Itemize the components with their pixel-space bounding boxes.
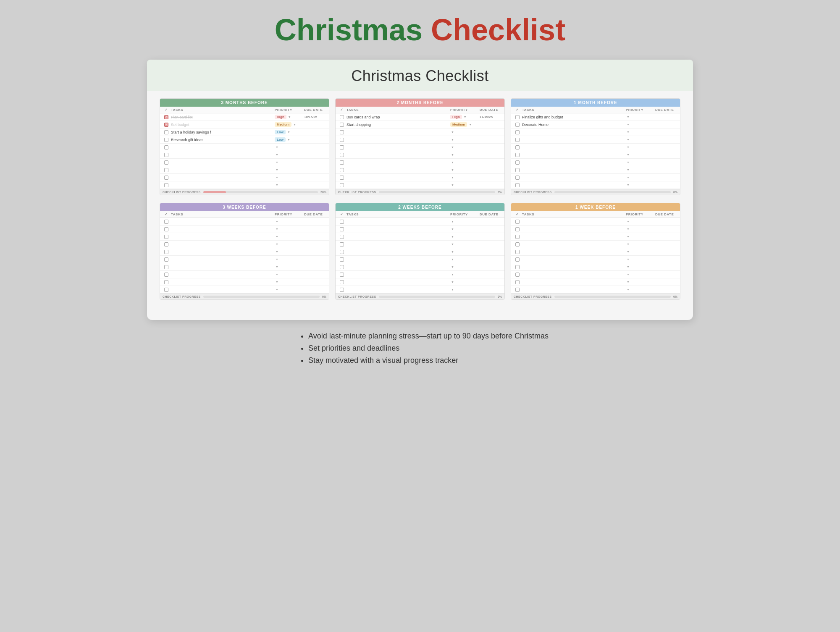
checkbox-unchecked[interactable]	[340, 288, 344, 292]
task-checkbox[interactable]	[162, 145, 171, 149]
task-checkbox[interactable]	[337, 160, 346, 165]
checkbox-unchecked[interactable]	[340, 168, 344, 172]
checkbox-unchecked[interactable]	[515, 123, 520, 127]
task-checkbox[interactable]	[162, 130, 171, 134]
task-checkbox[interactable]	[513, 227, 522, 231]
dropdown-arrow-icon[interactable]: ▼	[287, 131, 290, 134]
checkbox-unchecked[interactable]	[515, 242, 520, 247]
checkbox-unchecked[interactable]	[164, 220, 168, 224]
dropdown-arrow-icon[interactable]: ▼	[451, 265, 454, 268]
dropdown-arrow-icon[interactable]: ▼	[451, 250, 454, 253]
dropdown-arrow-icon[interactable]: ▼	[276, 176, 278, 179]
dropdown-arrow-icon[interactable]: ▼	[627, 115, 630, 118]
dropdown-arrow-icon[interactable]: ▼	[288, 115, 291, 118]
checkbox-unchecked[interactable]	[515, 176, 520, 180]
task-checkbox[interactable]	[337, 130, 346, 134]
dropdown-arrow-icon[interactable]: ▼	[627, 250, 630, 253]
checkbox-unchecked[interactable]	[515, 280, 520, 284]
dropdown-arrow-icon[interactable]: ▼	[451, 288, 454, 291]
checkbox-unchecked[interactable]	[340, 257, 344, 262]
task-checkbox[interactable]	[513, 183, 522, 187]
dropdown-arrow-icon[interactable]: ▼	[287, 138, 290, 141]
checkbox-unchecked[interactable]	[164, 280, 168, 284]
dropdown-arrow-icon[interactable]: ▼	[276, 146, 278, 149]
dropdown-arrow-icon[interactable]: ▼	[276, 288, 278, 291]
dropdown-arrow-icon[interactable]: ▼	[276, 184, 278, 186]
task-checkbox[interactable]	[513, 280, 522, 284]
dropdown-arrow-icon[interactable]: ▼	[627, 228, 630, 231]
checkbox-unchecked[interactable]	[164, 168, 168, 172]
dropdown-arrow-icon[interactable]: ▼	[627, 288, 630, 291]
task-checkbox[interactable]	[513, 242, 522, 247]
task-checkbox[interactable]	[337, 273, 346, 277]
task-checkbox[interactable]	[162, 265, 171, 269]
dropdown-arrow-icon[interactable]: ▼	[627, 220, 630, 223]
checkbox-unchecked[interactable]	[164, 160, 168, 165]
task-checkbox[interactable]	[162, 235, 171, 239]
dropdown-arrow-icon[interactable]: ▼	[451, 184, 454, 186]
dropdown-arrow-icon[interactable]: ▼	[627, 123, 630, 126]
dropdown-arrow-icon[interactable]: ▼	[451, 168, 454, 171]
task-checkbox[interactable]	[337, 153, 346, 157]
dropdown-arrow-icon[interactable]: ▼	[451, 161, 454, 164]
checkbox-unchecked[interactable]	[164, 153, 168, 157]
dropdown-arrow-icon[interactable]: ▼	[276, 235, 278, 238]
dropdown-arrow-icon[interactable]: ▼	[451, 258, 454, 261]
task-checkbox[interactable]	[337, 145, 346, 149]
dropdown-arrow-icon[interactable]: ▼	[276, 250, 278, 253]
checkbox-unchecked[interactable]	[340, 123, 344, 127]
task-checkbox[interactable]	[337, 227, 346, 231]
dropdown-arrow-icon[interactable]: ▼	[451, 138, 454, 141]
checkbox-unchecked[interactable]	[340, 250, 344, 254]
task-checkbox[interactable]	[162, 168, 171, 172]
task-checkbox[interactable]	[337, 123, 346, 127]
task-checkbox[interactable]	[513, 153, 522, 157]
checkbox-unchecked[interactable]	[515, 235, 520, 239]
checkbox-unchecked[interactable]	[515, 227, 520, 231]
checkbox-checked[interactable]	[164, 123, 168, 127]
dropdown-arrow-icon[interactable]: ▼	[451, 273, 454, 276]
dropdown-arrow-icon[interactable]: ▼	[469, 123, 472, 126]
checkbox-unchecked[interactable]	[515, 145, 520, 149]
dropdown-arrow-icon[interactable]: ▼	[627, 146, 630, 149]
dropdown-arrow-icon[interactable]: ▼	[293, 123, 296, 126]
dropdown-arrow-icon[interactable]: ▼	[276, 228, 278, 231]
dropdown-arrow-icon[interactable]: ▼	[627, 184, 630, 186]
checkbox-unchecked[interactable]	[340, 220, 344, 224]
checkbox-unchecked[interactable]	[164, 138, 168, 142]
dropdown-arrow-icon[interactable]: ▼	[627, 273, 630, 276]
task-checkbox[interactable]	[162, 273, 171, 277]
checkbox-unchecked[interactable]	[340, 183, 344, 187]
task-checkbox[interactable]	[513, 250, 522, 254]
task-checkbox[interactable]	[337, 183, 346, 187]
task-checkbox[interactable]	[162, 250, 171, 254]
task-checkbox[interactable]	[337, 220, 346, 224]
task-checkbox[interactable]	[513, 123, 522, 127]
task-checkbox[interactable]	[337, 235, 346, 239]
task-checkbox[interactable]	[162, 138, 171, 142]
checkbox-unchecked[interactable]	[515, 168, 520, 172]
dropdown-arrow-icon[interactable]: ▼	[276, 243, 278, 246]
task-checkbox[interactable]	[513, 168, 522, 172]
checkbox-unchecked[interactable]	[340, 176, 344, 180]
dropdown-arrow-icon[interactable]: ▼	[451, 243, 454, 246]
dropdown-arrow-icon[interactable]: ▼	[627, 161, 630, 164]
task-checkbox[interactable]	[513, 176, 522, 180]
task-checkbox[interactable]	[162, 257, 171, 262]
task-checkbox[interactable]	[513, 273, 522, 277]
task-checkbox[interactable]	[162, 153, 171, 157]
dropdown-arrow-icon[interactable]: ▼	[627, 131, 630, 134]
dropdown-arrow-icon[interactable]: ▼	[451, 131, 454, 134]
checkbox-unchecked[interactable]	[164, 183, 168, 187]
dropdown-arrow-icon[interactable]: ▼	[451, 228, 454, 231]
dropdown-arrow-icon[interactable]: ▼	[451, 235, 454, 238]
checkbox-unchecked[interactable]	[515, 257, 520, 262]
task-checkbox[interactable]	[513, 257, 522, 262]
checkbox-unchecked[interactable]	[164, 257, 168, 262]
dropdown-arrow-icon[interactable]: ▼	[627, 176, 630, 179]
checkbox-unchecked[interactable]	[164, 227, 168, 231]
checkbox-unchecked[interactable]	[340, 242, 344, 247]
checkbox-unchecked[interactable]	[164, 235, 168, 239]
checkbox-unchecked[interactable]	[515, 115, 520, 119]
task-checkbox[interactable]	[337, 176, 346, 180]
